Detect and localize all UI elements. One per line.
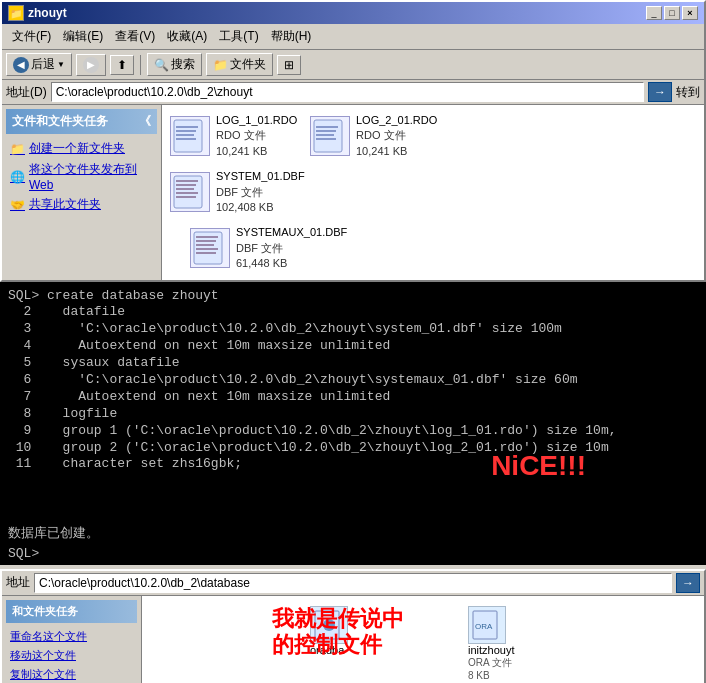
file-type-3: DBF 文件 <box>236 241 347 256</box>
cmd-content: SQL> create database zhouyt 2 datafile 3… <box>8 288 698 474</box>
search-button[interactable]: 🔍 搜索 <box>147 53 202 76</box>
share-icon: 🤝 <box>10 198 25 212</box>
menu-edit[interactable]: 编辑(E) <box>57 26 109 47</box>
explorer-content: 文件和文件夹任务 《 📁 创建一个新文件夹 🌐 将这个文件夹发布到 Web 🤝 … <box>2 105 704 280</box>
minimize-button[interactable]: _ <box>646 6 662 20</box>
title-bar-text: 📁 zhouyt <box>8 5 67 21</box>
menu-tools[interactable]: 工具(T) <box>213 26 264 47</box>
menu-bar: 文件(F) 编辑(E) 查看(V) 收藏(A) 工具(T) 帮助(H) <box>2 24 704 50</box>
back-dropdown-icon[interactable]: ▼ <box>57 60 65 69</box>
sidebar-item-share[interactable]: 🤝 共享此文件夹 <box>6 194 157 215</box>
cmd-line-6: 7 Autoextend on next 10m maxsize unlimit… <box>8 389 390 404</box>
second-sidebar-item-2[interactable]: 复制这个文件 <box>6 665 137 683</box>
go-button[interactable]: → <box>648 82 672 102</box>
menu-help[interactable]: 帮助(H) <box>265 26 318 47</box>
cmd-line-10: 11 character set zhs16gbk; <box>8 456 242 471</box>
forward-button[interactable]: ▶ <box>76 54 106 76</box>
cmd-status-text: 数据库已创建。 <box>8 526 99 541</box>
second-sidebar-item-1[interactable]: 移动这个文件 <box>6 646 137 665</box>
go-label: 转到 <box>676 84 700 101</box>
view-button[interactable]: ⊞ <box>277 55 301 75</box>
second-file-img-1: ORA <box>468 606 506 644</box>
menu-view[interactable]: 查看(V) <box>109 26 161 47</box>
file-name-3: SYSTEMAUX_01.DBF <box>236 225 347 240</box>
back-button[interactable]: ◀ 后退 ▼ <box>6 53 72 76</box>
second-content: 和文件夹任务 重命名这个文件 移动这个文件 复制这个文件 将这个文件发布到 We… <box>2 596 704 683</box>
address-bar: 地址(D) → 转到 <box>2 80 704 105</box>
folder-button[interactable]: 📁 文件夹 <box>206 53 273 76</box>
menu-file[interactable]: 文件(F) <box>6 26 57 47</box>
second-file-size-1: 8 KB <box>468 670 558 681</box>
view-icon: ⊞ <box>284 58 294 72</box>
file-type-0: RDO 文件 <box>216 128 297 143</box>
publish-icon: 🌐 <box>10 170 25 184</box>
sidebar-collapse-icon[interactable]: 《 <box>139 113 151 130</box>
svg-text:ORA: ORA <box>475 622 493 631</box>
forward-icon: ▶ <box>83 57 99 73</box>
second-sidebar-title: 和文件夹任务 <box>6 600 137 623</box>
second-files-area: 我就是传说中 的控制文件 oradba ORA initzhouyt OR <box>142 596 704 683</box>
file-img-2 <box>170 172 210 212</box>
second-sidebar-label-1: 移动这个文件 <box>10 648 76 663</box>
second-sidebar-title-text: 和文件夹任务 <box>12 604 78 619</box>
sidebar-title-text: 文件和文件夹任务 <box>12 113 108 130</box>
svg-rect-18 <box>196 240 216 242</box>
search-icon: 🔍 <box>154 58 169 72</box>
new-folder-label: 创建一个新文件夹 <box>29 140 125 157</box>
svg-rect-4 <box>176 138 196 140</box>
svg-rect-9 <box>316 138 336 140</box>
sidebar-item-new-folder[interactable]: 📁 创建一个新文件夹 <box>6 138 157 159</box>
up-button[interactable]: ⬆ <box>110 55 134 75</box>
cmd-prompt: SQL> <box>8 546 39 561</box>
second-file-1[interactable]: ORA initzhouyt ORA 文件 8 KB <box>468 606 558 681</box>
second-go-button[interactable]: → <box>676 573 700 593</box>
folder-icon: 📁 <box>213 58 228 72</box>
second-sidebar-item-0[interactable]: 重命名这个文件 <box>6 627 137 646</box>
search-label: 搜索 <box>171 56 195 73</box>
up-icon: ⬆ <box>117 58 127 72</box>
svg-rect-15 <box>176 196 196 198</box>
second-sidebar-label-0: 重命名这个文件 <box>10 629 87 644</box>
svg-rect-2 <box>176 130 196 132</box>
second-sidebar: 和文件夹任务 重命名这个文件 移动这个文件 复制这个文件 将这个文件发布到 We… <box>2 596 142 683</box>
maximize-button[interactable]: □ <box>664 6 680 20</box>
second-address-input[interactable] <box>34 573 672 593</box>
annotation-line1: 我就是传说中 <box>272 606 404 631</box>
file-icon-0[interactable]: LOG_1_01.RDO RDO 文件 10,241 KB <box>170 113 300 159</box>
file-icon-1[interactable]: LOG_2_01.RDO RDO 文件 10,241 KB <box>310 113 440 159</box>
file-icon-2[interactable]: SYSTEM_01.DBF DBF 文件 102,408 KB <box>170 169 696 271</box>
address-input[interactable] <box>51 82 644 102</box>
svg-rect-8 <box>316 134 334 136</box>
svg-rect-17 <box>196 236 218 238</box>
file-name-2: SYSTEM_01.DBF <box>216 169 305 184</box>
svg-rect-3 <box>176 134 194 136</box>
back-label: 后退 <box>31 56 55 73</box>
files-area: LOG_1_01.RDO RDO 文件 10,241 KB <box>162 105 704 280</box>
svg-rect-6 <box>316 126 338 128</box>
menu-favorites[interactable]: 收藏(A) <box>161 26 213 47</box>
files-row-1: oradba ORA initzhouyt ORA 文件 8 KB <box>150 606 696 681</box>
svg-rect-12 <box>176 184 196 186</box>
back-icon: ◀ <box>13 57 29 73</box>
new-folder-icon: 📁 <box>10 142 25 156</box>
second-address-label: 地址 <box>6 574 30 591</box>
cmd-line-4: 5 sysaux datafile <box>8 355 180 370</box>
svg-rect-20 <box>196 248 218 250</box>
cmd-line-1: 2 datafile <box>8 304 125 319</box>
cmd-line-3: 4 Autoextend on next 10m maxsize unlimit… <box>8 338 390 353</box>
file-info-2: SYSTEM_01.DBF DBF 文件 102,408 KB <box>216 169 305 215</box>
svg-rect-21 <box>196 252 216 254</box>
close-button[interactable]: × <box>682 6 698 20</box>
sidebar: 文件和文件夹任务 《 📁 创建一个新文件夹 🌐 将这个文件夹发布到 Web 🤝 … <box>2 105 162 280</box>
cmd-prompt-bar: SQL> <box>0 544 706 565</box>
publish-label: 将这个文件夹发布到 Web <box>29 161 153 192</box>
cmd-line-8: 9 group 1 ('C:\oracle\product\10.2.0\db_… <box>8 423 617 438</box>
title-icon: 📁 <box>8 5 24 21</box>
svg-rect-13 <box>176 188 194 190</box>
svg-rect-11 <box>176 180 198 182</box>
sidebar-item-publish[interactable]: 🌐 将这个文件夹发布到 Web <box>6 159 157 194</box>
svg-rect-7 <box>316 130 336 132</box>
second-file-type-1: ORA 文件 <box>468 656 558 670</box>
cmd-line-7: 8 logfile <box>8 406 117 421</box>
cmd-status-bar: 数据库已创建。 <box>0 522 706 544</box>
